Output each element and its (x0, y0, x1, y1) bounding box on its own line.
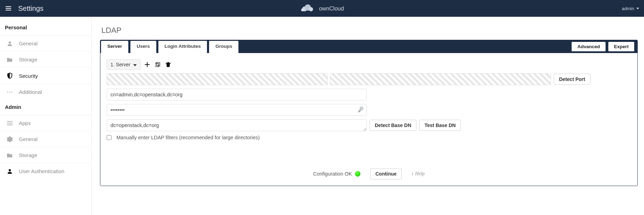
user-menu[interactable]: admin (622, 6, 639, 11)
tab-expert[interactable]: Expert (608, 42, 635, 52)
status-ok-icon (355, 171, 360, 177)
sidebar-item-label: Storage (19, 57, 37, 62)
svg-point-4 (7, 91, 8, 92)
sidebar-item-label: Additional (19, 89, 42, 95)
detect-base-dn-button[interactable]: Detect Base DN (370, 120, 416, 131)
sidebar-item-general[interactable]: General (0, 35, 91, 51)
add-config-button[interactable] (143, 61, 151, 68)
folder-icon (6, 153, 13, 158)
tab-users[interactable]: Users (130, 40, 157, 53)
tab-server[interactable]: Server (101, 40, 129, 53)
brand-name: ownCloud (319, 5, 344, 12)
caret-down-icon (636, 8, 639, 9)
continue-button[interactable]: Continue (370, 168, 402, 179)
brand-logo-icon (300, 3, 315, 14)
ldap-bind-dn-input[interactable] (107, 89, 367, 101)
ldap-password-input[interactable] (107, 104, 367, 116)
menu-icon[interactable] (5, 5, 12, 12)
ldap-base-dn-input[interactable] (107, 119, 367, 131)
sidebar-item-additional[interactable]: Additional (0, 84, 91, 100)
test-base-dn-button[interactable]: Test Base DN (419, 120, 461, 131)
tab-advanced[interactable]: Advanced (571, 42, 606, 52)
help-link[interactable]: i Help (412, 171, 424, 177)
server-config-select[interactable]: 1. Server (107, 59, 141, 70)
detect-port-button[interactable]: Detect Port (554, 74, 591, 85)
tab-login-attributes[interactable]: Login Attributes (158, 40, 208, 53)
sidebar-item-user-auth[interactable]: User Authentication (0, 163, 91, 179)
sidebar: Personal General Storage Security Additi… (0, 17, 92, 215)
ldap-host-input[interactable] (107, 73, 328, 85)
ldap-panel: Server Users Login Attributes Groups Adv… (100, 40, 638, 186)
sidebar-item-label: Apps (19, 120, 31, 126)
info-icon: i (412, 171, 413, 177)
manual-filters-label[interactable]: Manually enter LDAP filters (recommended… (116, 135, 260, 140)
ldap-port-input[interactable] (330, 73, 551, 85)
sidebar-item-label: General (19, 40, 37, 46)
folder-icon (6, 57, 13, 62)
status-text: Configuration OK (313, 171, 352, 177)
svg-point-6 (11, 91, 12, 92)
list-icon (6, 121, 13, 126)
svg-point-2 (309, 7, 313, 12)
sidebar-item-storage[interactable]: Storage (0, 51, 91, 67)
dots-icon (6, 91, 13, 93)
svg-point-5 (9, 91, 10, 92)
sidebar-item-apps[interactable]: Apps (0, 115, 91, 131)
shield-icon (6, 73, 13, 79)
tab-groups[interactable]: Groups (209, 40, 239, 53)
sidebar-item-admin-general[interactable]: General (0, 131, 91, 147)
gear-icon (6, 136, 13, 142)
user-name: admin (622, 6, 634, 11)
page-title: LDAP (101, 26, 644, 35)
user-icon (6, 41, 13, 46)
sidebar-heading-admin: Admin (0, 100, 91, 115)
sidebar-item-label: User Authentication (19, 168, 64, 174)
config-status: Configuration OK (313, 171, 360, 177)
sidebar-item-label: General (19, 136, 37, 142)
svg-point-3 (301, 9, 304, 12)
sidebar-item-label: Storage (19, 152, 37, 158)
sidebar-item-security[interactable]: Security (0, 67, 91, 84)
delete-config-button[interactable] (164, 61, 172, 68)
chevron-down-icon (133, 62, 137, 67)
copy-config-button[interactable] (154, 61, 162, 68)
app-title: Settings (18, 5, 43, 13)
help-text: Help (415, 171, 424, 177)
sidebar-item-label: Security (19, 73, 38, 79)
sidebar-item-admin-storage[interactable]: Storage (0, 147, 91, 163)
server-config-label: 1. Server (110, 62, 130, 67)
manual-filters-checkbox[interactable] (107, 135, 112, 140)
sidebar-heading-personal: Personal (0, 20, 91, 35)
user-solid-icon (6, 169, 13, 174)
